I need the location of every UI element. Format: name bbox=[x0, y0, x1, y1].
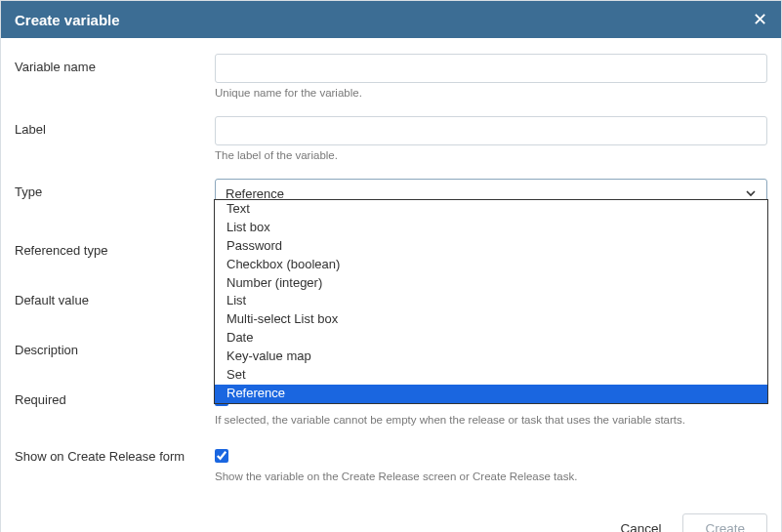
help-required: If selected, the variable cannot be empt… bbox=[215, 414, 767, 426]
label-default-value: Default value bbox=[15, 287, 215, 307]
dialog-header: Create variable ✕ bbox=[1, 1, 781, 38]
type-option[interactable]: Reference bbox=[215, 385, 767, 403]
label-referenced-type: Referenced type bbox=[15, 237, 215, 258]
type-option[interactable]: Number (integer) bbox=[215, 274, 767, 293]
type-option[interactable]: Date bbox=[215, 329, 767, 348]
chevron-down-icon bbox=[745, 187, 757, 199]
label-input[interactable] bbox=[215, 116, 767, 145]
dialog-footer: Cancel Create bbox=[1, 500, 781, 532]
show-on-form-checkbox[interactable] bbox=[215, 449, 228, 463]
label-description: Description bbox=[15, 337, 215, 357]
dialog-title: Create variable bbox=[15, 12, 120, 28]
help-label: The label of the variable. bbox=[215, 149, 767, 161]
type-option[interactable]: Set bbox=[215, 366, 767, 385]
create-button[interactable]: Create bbox=[682, 513, 767, 532]
type-option[interactable]: Text bbox=[215, 200, 767, 219]
create-variable-dialog: Create variable ✕ Variable name Unique n… bbox=[0, 0, 782, 532]
type-option[interactable]: List bbox=[215, 292, 767, 310]
label-type: Type bbox=[15, 179, 215, 199]
label-required: Required bbox=[15, 387, 215, 407]
row-label: Label The label of the variable. bbox=[15, 116, 767, 161]
type-option[interactable]: List box bbox=[215, 219, 767, 237]
type-option[interactable]: Password bbox=[215, 237, 767, 256]
help-show-on-form: Show the variable on the Create Release … bbox=[215, 471, 767, 482]
row-variable-name: Variable name Unique name for the variab… bbox=[15, 54, 767, 99]
type-option[interactable]: Key-value map bbox=[215, 348, 767, 366]
label-variable-name: Variable name bbox=[15, 54, 215, 74]
cancel-button[interactable]: Cancel bbox=[616, 515, 665, 532]
label-show-on-form: Show on Create Release form bbox=[15, 443, 215, 464]
label-label-field: Label bbox=[15, 116, 215, 137]
row-show-on-form: Show on Create Release form Show the var… bbox=[15, 443, 767, 482]
type-option[interactable]: Checkbox (boolean) bbox=[215, 256, 767, 274]
close-icon[interactable]: ✕ bbox=[753, 11, 767, 28]
type-option[interactable]: Multi-select List box bbox=[215, 310, 767, 329]
variable-name-input[interactable] bbox=[215, 54, 767, 83]
help-variable-name: Unique name for the variable. bbox=[215, 87, 767, 99]
type-dropdown[interactable]: Text List box Password Checkbox (boolean… bbox=[214, 199, 768, 404]
dialog-body: Variable name Unique name for the variab… bbox=[1, 38, 781, 482]
